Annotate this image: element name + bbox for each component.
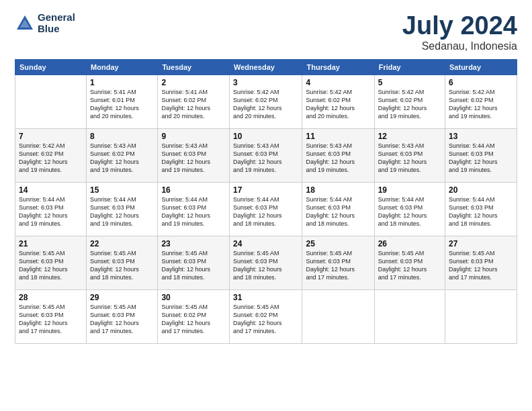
day-cell: 8Sunrise: 5:43 AM Sunset: 6:02 PM Daylig… [87, 128, 158, 182]
day-info: Sunrise: 5:45 AM Sunset: 6:03 PM Dayligh… [19, 249, 83, 282]
day-info: Sunrise: 5:45 AM Sunset: 6:03 PM Dayligh… [19, 303, 83, 336]
day-number: 17 [233, 185, 299, 195]
day-cell [15, 75, 87, 128]
day-info: Sunrise: 5:45 AM Sunset: 6:02 PM Dayligh… [161, 303, 226, 336]
logo: General Blue [15, 12, 75, 34]
day-cell: 13Sunrise: 5:44 AM Sunset: 6:03 PM Dayli… [445, 128, 517, 182]
week-row-2: 7Sunrise: 5:42 AM Sunset: 6:02 PM Daylig… [15, 128, 517, 182]
day-number: 7 [19, 132, 83, 141]
day-cell: 24Sunrise: 5:45 AM Sunset: 6:03 PM Dayli… [229, 236, 302, 289]
day-info: Sunrise: 5:41 AM Sunset: 6:01 PM Dayligh… [90, 88, 154, 121]
logo-line2: Blue [38, 24, 75, 35]
day-info: Sunrise: 5:44 AM Sunset: 6:03 PM Dayligh… [449, 195, 513, 228]
day-number: 23 [161, 239, 226, 248]
day-number: 1 [90, 78, 154, 87]
day-number: 30 [161, 293, 226, 302]
day-cell: 9Sunrise: 5:43 AM Sunset: 6:03 PM Daylig… [158, 128, 230, 182]
day-number: 22 [90, 239, 154, 248]
day-cell: 22Sunrise: 5:45 AM Sunset: 6:03 PM Dayli… [87, 236, 158, 289]
day-number: 27 [449, 239, 513, 248]
month-title: July 2024 [402, 12, 517, 40]
day-cell: 18Sunrise: 5:44 AM Sunset: 6:03 PM Dayli… [302, 182, 374, 236]
day-info: Sunrise: 5:45 AM Sunset: 6:03 PM Dayligh… [378, 249, 441, 282]
day-number: 16 [161, 185, 226, 195]
day-cell: 5Sunrise: 5:42 AM Sunset: 6:02 PM Daylig… [374, 75, 445, 128]
day-info: Sunrise: 5:45 AM Sunset: 6:03 PM Dayligh… [233, 249, 299, 282]
day-cell: 12Sunrise: 5:43 AM Sunset: 6:03 PM Dayli… [374, 128, 445, 182]
day-number: 8 [90, 132, 154, 141]
day-number: 5 [378, 78, 441, 87]
day-cell: 29Sunrise: 5:45 AM Sunset: 6:03 PM Dayli… [87, 289, 158, 343]
day-cell [445, 289, 517, 343]
day-number: 11 [306, 132, 370, 141]
day-info: Sunrise: 5:44 AM Sunset: 6:03 PM Dayligh… [90, 195, 154, 228]
day-cell: 16Sunrise: 5:44 AM Sunset: 6:03 PM Dayli… [158, 182, 230, 236]
day-cell: 19Sunrise: 5:44 AM Sunset: 6:03 PM Dayli… [374, 182, 445, 236]
day-cell: 1Sunrise: 5:41 AM Sunset: 6:01 PM Daylig… [87, 75, 158, 128]
header-cell-friday: Friday [374, 59, 445, 75]
day-info: Sunrise: 5:43 AM Sunset: 6:02 PM Dayligh… [90, 142, 154, 175]
title-area: July 2024 Sedanau, Indonesia [402, 12, 517, 52]
week-row-1: 1Sunrise: 5:41 AM Sunset: 6:01 PM Daylig… [15, 75, 517, 128]
day-number: 13 [449, 132, 513, 141]
day-info: Sunrise: 5:42 AM Sunset: 6:02 PM Dayligh… [378, 88, 441, 121]
calendar-table: SundayMondayTuesdayWednesdayThursdayFrid… [15, 59, 517, 344]
header-cell-tuesday: Tuesday [158, 59, 230, 75]
day-number: 6 [449, 78, 513, 87]
day-number: 31 [233, 293, 299, 302]
day-number: 29 [90, 293, 154, 302]
day-number: 4 [306, 78, 370, 87]
day-info: Sunrise: 5:45 AM Sunset: 6:03 PM Dayligh… [90, 249, 154, 282]
day-info: Sunrise: 5:41 AM Sunset: 6:02 PM Dayligh… [161, 88, 226, 121]
day-cell: 30Sunrise: 5:45 AM Sunset: 6:02 PM Dayli… [158, 289, 230, 343]
day-number: 18 [306, 185, 370, 195]
day-cell: 25Sunrise: 5:45 AM Sunset: 6:03 PM Dayli… [302, 236, 374, 289]
day-number: 28 [19, 293, 83, 302]
day-number: 24 [233, 239, 299, 248]
header-area: General Blue July 2024 Sedanau, Indonesi… [15, 12, 517, 52]
day-number: 26 [378, 239, 441, 248]
day-info: Sunrise: 5:44 AM Sunset: 6:03 PM Dayligh… [233, 195, 299, 228]
day-cell: 4Sunrise: 5:42 AM Sunset: 6:02 PM Daylig… [302, 75, 374, 128]
day-number: 10 [233, 132, 299, 141]
day-number: 14 [19, 185, 83, 195]
day-info: Sunrise: 5:43 AM Sunset: 6:03 PM Dayligh… [378, 142, 441, 175]
header-cell-monday: Monday [87, 59, 158, 75]
day-info: Sunrise: 5:42 AM Sunset: 6:02 PM Dayligh… [19, 142, 83, 175]
day-info: Sunrise: 5:44 AM Sunset: 6:03 PM Dayligh… [449, 142, 513, 175]
day-cell: 2Sunrise: 5:41 AM Sunset: 6:02 PM Daylig… [158, 75, 230, 128]
week-row-3: 14Sunrise: 5:44 AM Sunset: 6:03 PM Dayli… [15, 182, 517, 236]
day-number: 3 [233, 78, 299, 87]
day-info: Sunrise: 5:44 AM Sunset: 6:03 PM Dayligh… [378, 195, 441, 228]
day-number: 21 [19, 239, 83, 248]
day-cell: 6Sunrise: 5:42 AM Sunset: 6:02 PM Daylig… [445, 75, 517, 128]
day-cell: 23Sunrise: 5:45 AM Sunset: 6:03 PM Dayli… [158, 236, 230, 289]
page: General Blue July 2024 Sedanau, Indonesi… [0, 0, 532, 411]
day-cell: 27Sunrise: 5:45 AM Sunset: 6:03 PM Dayli… [445, 236, 517, 289]
day-cell: 7Sunrise: 5:42 AM Sunset: 6:02 PM Daylig… [15, 128, 87, 182]
day-info: Sunrise: 5:44 AM Sunset: 6:03 PM Dayligh… [306, 195, 370, 228]
day-info: Sunrise: 5:43 AM Sunset: 6:03 PM Dayligh… [233, 142, 299, 175]
logo-icon [15, 13, 35, 34]
day-info: Sunrise: 5:42 AM Sunset: 6:02 PM Dayligh… [233, 88, 299, 121]
day-info: Sunrise: 5:42 AM Sunset: 6:02 PM Dayligh… [449, 88, 513, 121]
day-cell: 28Sunrise: 5:45 AM Sunset: 6:03 PM Dayli… [15, 289, 87, 343]
day-number: 25 [306, 239, 370, 248]
day-cell: 31Sunrise: 5:45 AM Sunset: 6:02 PM Dayli… [229, 289, 302, 343]
day-cell: 26Sunrise: 5:45 AM Sunset: 6:03 PM Dayli… [374, 236, 445, 289]
day-cell: 15Sunrise: 5:44 AM Sunset: 6:03 PM Dayli… [87, 182, 158, 236]
day-cell: 10Sunrise: 5:43 AM Sunset: 6:03 PM Dayli… [229, 128, 302, 182]
day-cell: 17Sunrise: 5:44 AM Sunset: 6:03 PM Dayli… [229, 182, 302, 236]
day-info: Sunrise: 5:42 AM Sunset: 6:02 PM Dayligh… [306, 88, 370, 121]
header-cell-saturday: Saturday [445, 59, 517, 75]
day-info: Sunrise: 5:45 AM Sunset: 6:03 PM Dayligh… [306, 249, 370, 282]
day-cell [374, 289, 445, 343]
day-info: Sunrise: 5:44 AM Sunset: 6:03 PM Dayligh… [19, 195, 83, 228]
header-cell-thursday: Thursday [302, 59, 374, 75]
day-info: Sunrise: 5:45 AM Sunset: 6:03 PM Dayligh… [161, 249, 226, 282]
day-info: Sunrise: 5:45 AM Sunset: 6:02 PM Dayligh… [233, 303, 299, 336]
day-info: Sunrise: 5:44 AM Sunset: 6:03 PM Dayligh… [161, 195, 226, 228]
day-cell: 14Sunrise: 5:44 AM Sunset: 6:03 PM Dayli… [15, 182, 87, 236]
day-number: 12 [378, 132, 441, 141]
day-number: 20 [449, 185, 513, 195]
